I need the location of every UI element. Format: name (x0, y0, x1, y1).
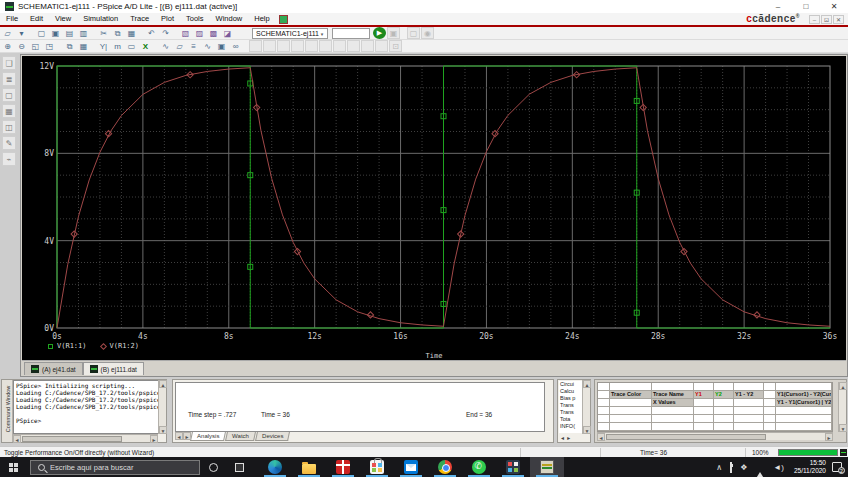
cursor-vscrollbar[interactable]: ▲▼ (838, 382, 846, 432)
menu-trace[interactable]: Trace (124, 13, 155, 25)
cursor-toggle-button[interactable] (249, 40, 262, 52)
cursor-next-button[interactable] (361, 40, 374, 52)
command-vscrollbar[interactable]: ▲▼ (158, 380, 166, 434)
legend-V(R1:2)[interactable]: V(R1:2) (101, 342, 140, 350)
export-excel-button[interactable]: X (139, 40, 152, 52)
menu-tools[interactable]: Tools (180, 13, 210, 25)
tab-watch[interactable]: Watch (225, 432, 256, 441)
edit-icon[interactable]: ✎ (2, 136, 16, 150)
label-options-button[interactable]: ⊡ (389, 40, 402, 52)
pspice-taskbar-button[interactable] (530, 457, 564, 477)
zoom-in-button[interactable]: ⊕ (1, 40, 14, 52)
save-button[interactable]: ▤ (63, 27, 76, 39)
redo-button[interactable]: ↷ (159, 27, 172, 39)
stop-button[interactable]: ◉ (421, 27, 434, 39)
cursor-point-button[interactable] (333, 40, 346, 52)
cursor-trough-button[interactable] (277, 40, 290, 52)
taskbar-clock[interactable]: 15:50 25/11/2020 (794, 459, 826, 475)
orcad-capture-taskbar-button[interactable] (496, 457, 530, 477)
schematic-combo[interactable]: SCHEMATIC1-ej111▾ (252, 28, 328, 39)
mail-taskbar-button[interactable] (394, 457, 428, 477)
netlist-icon[interactable]: ▦ (2, 104, 16, 118)
battery-icon[interactable] (730, 463, 732, 472)
cursor-peak-button[interactable] (263, 40, 276, 52)
minimize-button[interactable]: – (764, 0, 792, 13)
simulation-message-list[interactable]: CircuiCalcuBias pTransTransTotaINFO( (559, 381, 583, 433)
tab-devices[interactable]: Devices (255, 432, 290, 441)
cursor-min-button[interactable] (305, 40, 318, 52)
infinity-button[interactable]: ∞ (229, 40, 242, 52)
menu-help[interactable]: Help (248, 13, 275, 25)
maximize-button[interactable]: □ (792, 0, 820, 13)
close-button[interactable]: ✕ (820, 0, 848, 13)
child-minimize-button[interactable]: – (809, 15, 820, 24)
menu-file[interactable]: File (0, 13, 24, 25)
command-log[interactable]: PSpice> Initializing scripting...Loading… (13, 380, 159, 434)
add-trace-button[interactable]: ∿ (159, 40, 172, 52)
chrome-taskbar-button[interactable] (428, 457, 462, 477)
zoom-out-button[interactable]: ⊖ (15, 40, 28, 52)
mark-data-points-button[interactable]: m (111, 40, 124, 52)
display-control-button[interactable]: ▣ (215, 40, 228, 52)
tray-chevron-icon[interactable]: ∧ (716, 463, 722, 472)
print-button[interactable]: ▥ (77, 27, 90, 39)
paste-traces-button[interactable]: ▦ (77, 40, 90, 52)
cut-button[interactable]: ✂ (97, 27, 110, 39)
volume-icon[interactable]: ◄) (773, 463, 784, 472)
open-file-button[interactable]: ▢ (35, 27, 48, 39)
file-explorer-taskbar-button[interactable] (292, 457, 326, 477)
edit-simulation-button[interactable]: ▨ (193, 27, 206, 39)
run-simulation-button[interactable]: ▶ (373, 27, 386, 39)
menu-plot[interactable]: Plot (155, 13, 180, 25)
tab-analysis[interactable]: Analysis (190, 432, 226, 441)
menu-edit[interactable]: Edit (24, 13, 49, 25)
child-close-button[interactable]: ✕ (833, 15, 844, 24)
command-hscrollbar[interactable]: ◄► (13, 434, 158, 442)
message-vscrollbar[interactable]: ▲▼ (582, 380, 590, 434)
menu-window[interactable]: Window (210, 13, 249, 25)
window-icon[interactable]: ◫ (2, 120, 16, 134)
comment-icon[interactable]: ❑ (2, 56, 16, 70)
task-view-button[interactable] (226, 457, 252, 477)
eval-measurement-button[interactable]: ▱ (173, 40, 186, 52)
message-hnav[interactable]: ◄ ► (560, 435, 571, 441)
cortana-button[interactable] (200, 457, 226, 477)
save-as-button[interactable]: ▣ (49, 27, 62, 39)
view-netlist-button[interactable]: ▧ (179, 27, 192, 39)
notification-center-icon[interactable]: 2 (832, 462, 842, 472)
cursor-hscrollbar[interactable]: ◄► (597, 432, 833, 440)
pause-button[interactable]: ▣ (387, 27, 400, 39)
gift-app-taskbar-button[interactable] (326, 457, 360, 477)
edit-plot-button[interactable]: ∿ (201, 40, 214, 52)
document-menu-icon[interactable] (279, 15, 288, 24)
profile-combo[interactable] (332, 28, 370, 39)
zoom-area-button[interactable]: ◱ (29, 40, 42, 52)
page-icon[interactable]: ▢ (2, 88, 16, 102)
measurement-list-button[interactable]: ≡ (187, 40, 200, 52)
dropbox-icon[interactable]: ❖ (740, 463, 747, 472)
script-icon[interactable]: ≣ (2, 72, 16, 86)
mark-voltage-button[interactable]: Y| (97, 40, 110, 52)
wifi-icon[interactable] (755, 463, 765, 472)
view-results-button[interactable]: ▩ (207, 27, 220, 39)
whatsapp-taskbar-button[interactable] (462, 457, 496, 477)
copy-button[interactable]: ⧉ (111, 27, 124, 39)
search-input[interactable] (50, 463, 180, 472)
cursor-search-button[interactable] (347, 40, 360, 52)
copy-traces-button[interactable]: ⧉ (63, 40, 76, 52)
microsoft-store-taskbar-button[interactable] (360, 457, 394, 477)
doc-tab--A-ej41-dat[interactable]: (A) ej41.dat (24, 362, 83, 375)
menu-view[interactable]: View (49, 13, 77, 25)
plot-area[interactable]: 0V4V8V12V0s4s8s12s16s20s24s28s32s36s V(R… (22, 56, 846, 361)
new-file-button[interactable]: ▱ (1, 27, 14, 39)
simulation-queue-button[interactable]: ◪ (221, 27, 234, 39)
taskbar-search[interactable] (30, 460, 200, 475)
view-output-button[interactable]: ▢ (407, 27, 420, 39)
plot-window-button[interactable]: ▭ (125, 40, 138, 52)
child-restore-button[interactable]: ⊡ (821, 15, 832, 24)
cursor-max-button[interactable] (319, 40, 332, 52)
new-dropdown-button[interactable]: ▾ (15, 27, 28, 39)
doc-tab--B-ej111-dat[interactable]: (B) ej111.dat (83, 362, 144, 375)
start-button[interactable] (0, 457, 26, 477)
menu-simulation[interactable]: Simulation (77, 13, 124, 25)
